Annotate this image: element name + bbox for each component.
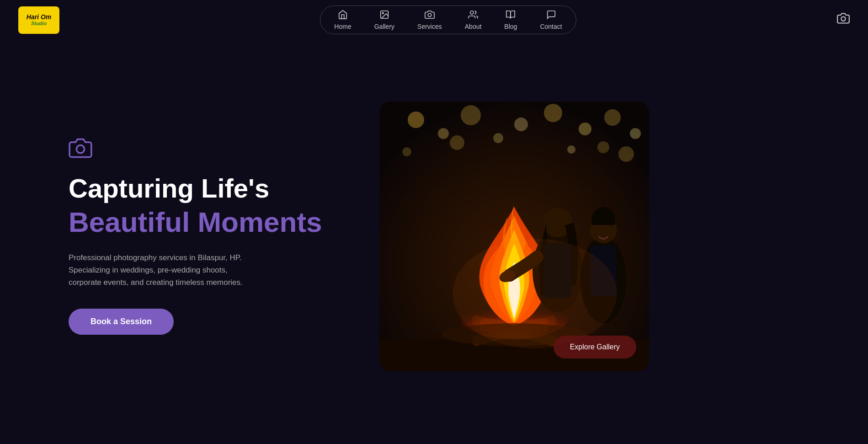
contact-icon	[546, 10, 556, 21]
svg-point-9	[438, 128, 449, 139]
hero-camera-icon	[69, 138, 343, 163]
main-nav: Home Gallery Services	[320, 5, 576, 34]
nav-label-gallery: Gallery	[374, 23, 394, 30]
nav-label-home: Home	[334, 23, 351, 30]
svg-point-19	[597, 141, 609, 153]
svg-point-17	[450, 135, 464, 150]
nav-label-services: Services	[417, 23, 442, 30]
svg-point-18	[493, 133, 503, 143]
nav-item-blog[interactable]: Blog	[504, 10, 517, 30]
nav-item-services[interactable]: Services	[417, 10, 442, 30]
bonfire-scene-svg	[379, 102, 649, 371]
gallery-icon	[379, 10, 389, 21]
svg-point-13	[579, 123, 591, 135]
home-icon	[338, 10, 348, 21]
svg-point-10	[461, 105, 481, 125]
svg-point-21	[618, 146, 634, 162]
nav-item-contact[interactable]: Contact	[540, 10, 562, 30]
nav-label-contact: Contact	[540, 23, 562, 30]
blog-icon	[506, 10, 516, 21]
book-session-button[interactable]: Book a Session	[69, 309, 174, 335]
explore-gallery-button[interactable]: Explore Gallery	[554, 336, 636, 358]
nav-label-blog: Blog	[504, 23, 517, 30]
svg-point-11	[514, 118, 528, 131]
svg-point-5	[76, 145, 84, 153]
nav-item-about[interactable]: About	[465, 10, 482, 30]
nav-label-about: About	[465, 23, 482, 30]
nav-item-home[interactable]: Home	[334, 10, 351, 30]
services-icon	[425, 10, 435, 21]
hero-title-line1: Capturing Life's	[69, 174, 343, 203]
svg-point-16	[402, 147, 411, 156]
hero-title-line2: Beautiful Moments	[69, 207, 343, 238]
hero-left: Capturing Life's Beautiful Moments Profe…	[69, 138, 343, 335]
svg-point-1	[382, 12, 383, 14]
svg-point-38	[453, 239, 617, 348]
svg-point-4	[841, 17, 845, 21]
svg-point-3	[470, 11, 474, 14]
svg-point-8	[408, 112, 424, 128]
hero-description: Professional photography services in Bil…	[69, 251, 261, 289]
hero-right: Explore Gallery	[379, 102, 649, 371]
nav-item-gallery[interactable]: Gallery	[374, 10, 394, 30]
header: Hari Om Studio Home Gallery	[0, 0, 868, 40]
hero-title: Capturing Life's Beautiful Moments	[69, 174, 343, 238]
about-icon	[468, 10, 478, 21]
logo-area: Hari Om Studio	[18, 6, 59, 34]
svg-point-15	[630, 128, 641, 139]
svg-point-2	[428, 13, 431, 16]
logo-text: Hari Om Studio	[27, 13, 51, 27]
hero-image: Explore Gallery	[379, 102, 649, 371]
svg-point-12	[544, 104, 562, 122]
svg-point-14	[604, 109, 621, 126]
hero-section: Capturing Life's Beautiful Moments Profe…	[0, 40, 868, 433]
svg-point-20	[567, 145, 575, 154]
header-camera-icon[interactable]	[837, 12, 850, 28]
logo-box: Hari Om Studio	[18, 6, 59, 34]
